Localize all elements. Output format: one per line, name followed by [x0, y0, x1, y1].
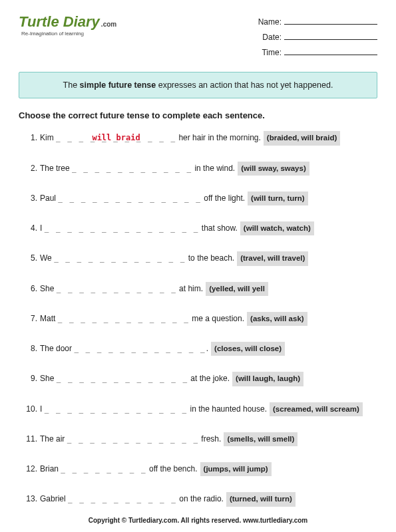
question-post: in the wind.: [192, 164, 235, 173]
time-label: Time:: [262, 48, 282, 57]
question-row: 5.We _ _ _ _ _ _ _ _ _ _ _ _ to the beac…: [23, 251, 377, 265]
time-line: Time:: [258, 45, 377, 61]
question-number: 7.: [23, 313, 37, 325]
question-row: 10.I _ _ _ _ _ _ _ _ _ _ _ _ _ in the ha…: [23, 402, 377, 416]
question-post: me a question.: [190, 314, 244, 323]
question-pre: We: [40, 253, 54, 263]
question-number: 12.: [23, 463, 37, 475]
question-row: 7.Matt _ _ _ _ _ _ _ _ _ _ _ _ me a ques…: [23, 312, 377, 326]
question-pre: She: [40, 374, 57, 383]
question-post: fresh.: [199, 434, 221, 444]
options-hint: (asks, will ask): [247, 312, 307, 326]
answer-blank[interactable]: _ _ _ _ _ _ _ _ _ _ _ _: [58, 315, 190, 323]
question-pre: I: [40, 223, 45, 233]
name-blank[interactable]: [284, 17, 377, 25]
question-number: 5.: [23, 252, 37, 264]
question-number: 8.: [23, 342, 37, 354]
question-row: 8.The door _ _ _ _ _ _ _ _ _ _ _ _.(clos…: [23, 342, 377, 356]
instruction-pre: The: [63, 80, 80, 90]
question-post: off the bench.: [147, 464, 198, 473]
question-post: that show.: [199, 223, 237, 233]
question-body: Gabriel _ _ _ _ _ _ _ _ _ _ on the radio…: [40, 492, 377, 506]
question-post: at him.: [177, 284, 203, 293]
question-post: to the beach.: [186, 253, 234, 263]
question-number: 4.: [23, 222, 37, 234]
options-hint: (closes, will close): [211, 342, 285, 356]
question-row: 4.I _ _ _ _ _ _ _ _ _ _ _ _ _ _ that sho…: [23, 221, 377, 235]
instruction-post: expresses an action that has not yet hap…: [156, 80, 333, 90]
answer-blank[interactable]: _ _ _ _ _ _ _ _ _ _ _will braid: [56, 134, 176, 142]
question-row: 12.Brian _ _ _ _ _ _ _ _ off the bench.(…: [23, 462, 377, 476]
directions: Choose the correct future tense to compl…: [19, 110, 377, 120]
question-post: off the light.: [202, 194, 245, 203]
question-number: 1.: [23, 132, 37, 144]
options-hint: (screamed, will scream): [270, 402, 363, 416]
question-number: 2.: [23, 162, 37, 174]
question-post: at the joke.: [188, 374, 230, 383]
question-row: 13.Gabriel _ _ _ _ _ _ _ _ _ _ on the ra…: [23, 492, 377, 506]
questions-list: 1.Kim _ _ _ _ _ _ _ _ _ _ _will braid he…: [19, 131, 377, 506]
answer-blank[interactable]: _ _ _ _ _ _ _ _ _ _ _: [57, 285, 177, 293]
question-row: 9.She _ _ _ _ _ _ _ _ _ _ _ _ at the jok…: [23, 372, 377, 386]
question-pre: The air: [40, 434, 67, 444]
question-body: Paul _ _ _ _ _ _ _ _ _ _ _ _ _ off the l…: [40, 192, 377, 205]
question-post: in the haunted house.: [188, 404, 267, 414]
question-body: Matt _ _ _ _ _ _ _ _ _ _ _ _ me a questi…: [40, 312, 377, 326]
answer-blank[interactable]: _ _ _ _ _ _ _ _ _ _ _: [72, 164, 192, 173]
question-pre: Kim: [40, 133, 56, 142]
question-pre: The tree: [40, 164, 72, 173]
answer-blank[interactable]: _ _ _ _ _ _ _ _ _ _ _ _ _: [58, 194, 202, 203]
question-row: 6.She _ _ _ _ _ _ _ _ _ _ _ at him.(yell…: [23, 282, 377, 296]
logo-tagline: Re-Imagination of learning: [21, 31, 116, 37]
answer-blank[interactable]: _ _ _ _ _ _ _ _ _ _ _ _: [54, 254, 186, 263]
options-hint: (will turn, turn): [248, 192, 307, 205]
instruction-bold: simple future tense: [80, 80, 156, 90]
logo-main: Turtle Diary.com: [19, 15, 116, 29]
name-line: Name:: [258, 15, 377, 30]
question-body: The air _ _ _ _ _ _ _ _ _ _ _ _ fresh.(s…: [40, 432, 377, 446]
logo: Turtle Diary.com Re-Imagination of learn…: [19, 15, 116, 60]
date-label: Date:: [262, 33, 282, 42]
question-body: Kim _ _ _ _ _ _ _ _ _ _ _will braid her …: [40, 131, 377, 145]
question-body: She _ _ _ _ _ _ _ _ _ _ _ at him.(yelled…: [40, 282, 377, 296]
question-number: 9.: [23, 372, 37, 384]
options-hint: (jumps, will jump): [200, 462, 272, 476]
answer-blank[interactable]: _ _ _ _ _ _ _ _ _ _ _ _: [74, 344, 206, 353]
answer-blank[interactable]: _ _ _ _ _ _ _ _: [61, 465, 146, 473]
question-pre: She: [40, 284, 57, 293]
answer-blank[interactable]: _ _ _ _ _ _ _ _ _ _ _ _ _: [45, 405, 188, 414]
options-hint: (will watch, watch): [240, 221, 314, 235]
options-hint: (will sway, sways): [238, 162, 309, 176]
answer-blank[interactable]: _ _ _ _ _ _ _ _ _ _ _ _ _ _: [45, 224, 200, 233]
logo-text: Turtle Diary: [19, 13, 100, 30]
question-post: on the radio.: [177, 494, 224, 503]
question-row: 3.Paul _ _ _ _ _ _ _ _ _ _ _ _ _ off the…: [23, 192, 377, 205]
question-pre: Brian: [40, 464, 61, 473]
options-hint: (travel, will travel): [237, 251, 308, 265]
question-number: 13.: [23, 493, 37, 505]
header: Turtle Diary.com Re-Imagination of learn…: [19, 15, 377, 60]
question-pre: Gabriel: [40, 494, 68, 503]
options-hint: (smells, will smell): [224, 432, 297, 446]
question-row: 1.Kim _ _ _ _ _ _ _ _ _ _ _will braid he…: [23, 131, 377, 145]
question-body: The door _ _ _ _ _ _ _ _ _ _ _ _.(closes…: [40, 342, 377, 356]
answer-blank[interactable]: _ _ _ _ _ _ _ _ _ _ _ _: [57, 374, 188, 383]
answer-blank[interactable]: _ _ _ _ _ _ _ _ _ _: [68, 495, 177, 503]
info-fields: Name: Date: Time:: [258, 15, 377, 60]
question-number: 10.: [23, 403, 37, 415]
question-number: 11.: [23, 433, 37, 445]
answer-blank[interactable]: _ _ _ _ _ _ _ _ _ _ _ _: [67, 435, 199, 444]
question-post: .: [206, 344, 208, 353]
date-line: Date:: [258, 30, 377, 45]
options-hint: (yelled, will yell: [206, 282, 268, 296]
question-body: We _ _ _ _ _ _ _ _ _ _ _ _ to the beach.…: [40, 251, 377, 265]
question-number: 6.: [23, 283, 37, 295]
answer-text: will braid: [92, 132, 140, 144]
name-label: Name:: [258, 17, 282, 27]
question-pre: The door: [40, 344, 74, 353]
question-post: her hair in the morning.: [176, 133, 261, 142]
time-blank[interactable]: [284, 47, 377, 55]
question-body: Brian _ _ _ _ _ _ _ _ off the bench.(jum…: [40, 462, 377, 476]
question-body: I _ _ _ _ _ _ _ _ _ _ _ _ _ _ that show.…: [40, 221, 377, 235]
date-blank[interactable]: [284, 32, 377, 40]
